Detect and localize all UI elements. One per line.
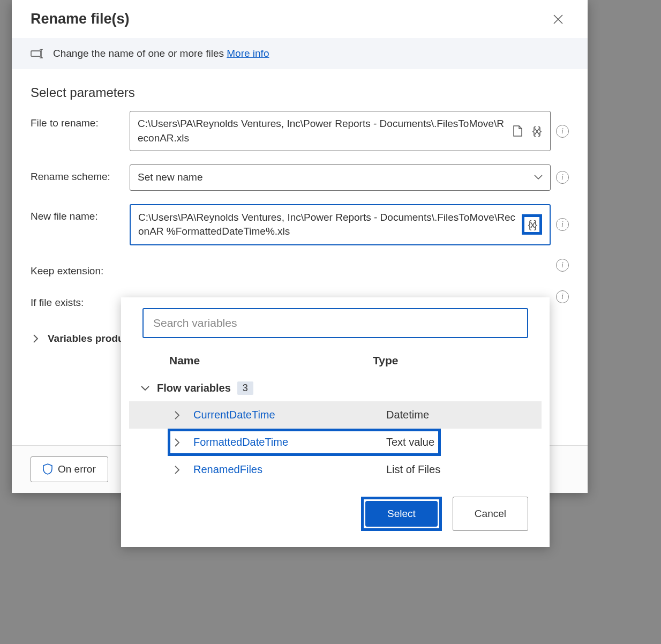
chevron-down-icon [140, 386, 151, 391]
column-header-name: Name [169, 354, 373, 367]
variable-type: Datetime [386, 409, 429, 421]
chevron-right-icon [172, 438, 183, 447]
param-label: File to rename: [31, 111, 119, 129]
param-label: Rename scheme: [31, 164, 119, 183]
info-icon[interactable]: i [556, 218, 569, 231]
info-icon[interactable]: i [556, 259, 569, 272]
parameters-section: File to rename: C:\Users\PA\Reynolds Ven… [12, 106, 588, 327]
rename-scheme-select[interactable]: Set new name [130, 164, 551, 191]
variable-picker-popup: Search variables Name Type Flow variable… [121, 297, 550, 547]
variable-name: RenamedFiles [193, 463, 375, 476]
new-file-name-input[interactable]: C:\Users\PA\Reynolds Ventures, Inc\Power… [130, 204, 551, 245]
variable-type: List of Files [386, 463, 440, 476]
param-label: Keep extension: [31, 259, 119, 277]
variable-row-formatteddatetime[interactable]: FormattedDateTime Text value [129, 429, 542, 456]
select-button[interactable]: Select [365, 501, 438, 527]
variable-picker-icon[interactable]: {x} [530, 125, 543, 138]
section-title: Select parameters [12, 69, 588, 106]
search-variables-input[interactable]: Search variables [142, 308, 528, 338]
column-header-type: Type [373, 354, 531, 367]
variable-name: FormattedDateTime [193, 436, 375, 448]
variable-name: CurrentDateTime [193, 409, 375, 421]
close-button[interactable] [547, 11, 569, 27]
variable-type: Text value [386, 436, 434, 448]
param-file-to-rename: File to rename: C:\Users\PA\Reynolds Ven… [31, 111, 569, 151]
variables-table-header: Name Type [129, 349, 542, 375]
param-keep-extension: Keep extension: i [31, 259, 569, 277]
rename-icon [31, 48, 43, 59]
more-info-link[interactable]: More info [227, 48, 269, 59]
description-bar: Change the name of one or more files Mor… [12, 38, 588, 69]
highlight-annotation: {x} [522, 214, 542, 235]
param-rename-scheme: Rename scheme: Set new name i [31, 164, 569, 191]
svg-rect-0 [31, 51, 41, 56]
cancel-button[interactable]: Cancel [453, 497, 528, 531]
popup-footer: Select Cancel [129, 483, 542, 539]
highlight-annotation: Select [361, 497, 442, 531]
variable-picker-icon[interactable]: {x} [525, 218, 538, 231]
close-icon [553, 14, 564, 25]
chevron-right-icon [172, 466, 183, 474]
param-label: If file exists: [31, 290, 119, 309]
chevron-right-icon [31, 334, 41, 343]
file-picker-icon[interactable] [512, 125, 524, 138]
description-text: Change the name of one or more files Mor… [53, 48, 269, 59]
chevron-down-icon [534, 175, 543, 180]
variable-row-currentdatetime[interactable]: CurrentDateTime Datetime [129, 401, 542, 429]
info-icon[interactable]: i [556, 290, 569, 303]
info-icon[interactable]: i [556, 125, 569, 138]
flow-variables-group[interactable]: Flow variables 3 [129, 375, 542, 401]
dialog-header: Rename file(s) [12, 0, 588, 38]
file-to-rename-input[interactable]: C:\Users\PA\Reynolds Ventures, Inc\Power… [130, 111, 551, 151]
variable-row-renamedfiles[interactable]: RenamedFiles List of Files [129, 456, 542, 483]
dialog-title: Rename file(s) [31, 11, 130, 27]
chevron-right-icon [172, 411, 183, 420]
variable-count-badge: 3 [237, 381, 253, 395]
on-error-button[interactable]: On error [31, 456, 108, 482]
param-label: New file name: [31, 204, 119, 222]
shield-icon [43, 463, 52, 475]
info-icon[interactable]: i [556, 171, 569, 184]
param-new-file-name: New file name: C:\Users\PA\Reynolds Vent… [31, 204, 569, 245]
